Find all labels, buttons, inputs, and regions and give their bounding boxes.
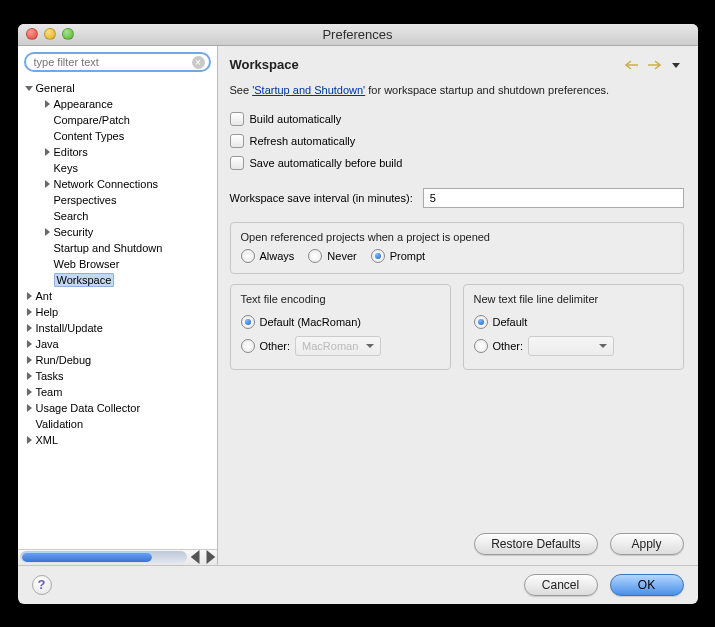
tree-item[interactable]: Keys xyxy=(18,160,217,176)
chevron-right-icon[interactable] xyxy=(24,291,34,301)
open-ref-never[interactable]: Never xyxy=(308,249,356,263)
delimiter-default[interactable]: Default xyxy=(474,311,673,333)
refresh-auto-option[interactable]: Refresh automatically xyxy=(230,130,684,152)
delimiter-combo[interactable] xyxy=(528,336,614,356)
tree-item[interactable]: Team xyxy=(18,384,217,400)
chevron-right-icon[interactable] xyxy=(24,323,34,333)
checkbox-icon[interactable] xyxy=(230,134,244,148)
tree-item[interactable]: Tasks xyxy=(18,368,217,384)
footer-buttons: Cancel OK xyxy=(524,574,684,596)
chevron-right-icon[interactable] xyxy=(24,403,34,413)
radio-icon[interactable] xyxy=(241,315,255,329)
tree-item[interactable]: Appearance xyxy=(18,96,217,112)
chevron-right-icon xyxy=(42,131,52,141)
radio-icon[interactable] xyxy=(308,249,322,263)
svg-marker-9 xyxy=(27,356,32,364)
tree-item[interactable]: Ant xyxy=(18,288,217,304)
tree-item[interactable]: Help xyxy=(18,304,217,320)
scroll-left-icon[interactable] xyxy=(189,550,203,564)
tree-item[interactable]: Run/Debug xyxy=(18,352,217,368)
checkbox-icon[interactable] xyxy=(230,156,244,170)
tree-item[interactable]: Install/Update xyxy=(18,320,217,336)
chevron-right-icon[interactable] xyxy=(24,355,34,365)
apply-button[interactable]: Apply xyxy=(610,533,684,555)
save-auto-option[interactable]: Save automatically before build xyxy=(230,152,684,174)
radio-icon[interactable] xyxy=(474,339,488,353)
cancel-button[interactable]: Cancel xyxy=(524,574,598,596)
tree-item[interactable]: Web Browser xyxy=(18,256,217,272)
tree-item[interactable]: Perspectives xyxy=(18,192,217,208)
tree-item[interactable]: Network Connections xyxy=(18,176,217,192)
tree-item[interactable]: Usage Data Collector xyxy=(18,400,217,416)
tree-item[interactable]: Validation xyxy=(18,416,217,432)
scroll-right-icon[interactable] xyxy=(203,550,217,564)
radio-icon[interactable] xyxy=(371,249,385,263)
radio-icon[interactable] xyxy=(241,339,255,353)
tree-item-label: Network Connections xyxy=(54,178,159,190)
dialog-body: × GeneralAppearanceCompare/PatchContent … xyxy=(18,46,698,565)
tree-item[interactable]: Java xyxy=(18,336,217,352)
delimiter-other[interactable]: Other: xyxy=(474,333,673,359)
tree-item[interactable]: Workspace xyxy=(18,272,217,288)
checkbox-icon[interactable] xyxy=(230,112,244,126)
svg-marker-7 xyxy=(27,324,32,332)
tree-item[interactable]: General xyxy=(18,80,217,96)
preference-tree[interactable]: GeneralAppearanceCompare/PatchContent Ty… xyxy=(18,78,217,549)
encoding-combo[interactable]: MacRoman xyxy=(295,336,381,356)
chevron-right-icon[interactable] xyxy=(24,435,34,445)
encoding-other[interactable]: Other: MacRoman xyxy=(241,333,440,359)
chevron-right-icon[interactable] xyxy=(42,227,52,237)
tree-item-label: Tasks xyxy=(36,370,64,382)
chevron-right-icon[interactable] xyxy=(42,99,52,109)
tree-item[interactable]: Security xyxy=(18,224,217,240)
titlebar: Preferences xyxy=(18,24,698,46)
tree-item[interactable]: Content Types xyxy=(18,128,217,144)
group-title: New text file line delimiter xyxy=(474,293,673,305)
window-title: Preferences xyxy=(18,27,698,42)
tree-item[interactable]: Startup and Shutdown xyxy=(18,240,217,256)
chevron-right-icon[interactable] xyxy=(24,371,34,381)
encoding-default[interactable]: Default (MacRoman) xyxy=(241,311,440,333)
svg-marker-12 xyxy=(27,404,32,412)
radio-icon[interactable] xyxy=(241,249,255,263)
tree-item-label: Usage Data Collector xyxy=(36,402,141,414)
scrollbar-track[interactable] xyxy=(20,551,187,563)
chevron-right-icon[interactable] xyxy=(24,387,34,397)
chevron-down-icon[interactable] xyxy=(24,83,34,93)
ok-button[interactable]: OK xyxy=(610,574,684,596)
chevron-right-icon[interactable] xyxy=(24,339,34,349)
checkbox-label: Save automatically before build xyxy=(250,157,403,169)
clear-filter-icon[interactable]: × xyxy=(192,56,205,69)
tree-item-label: Editors xyxy=(54,146,88,158)
restore-defaults-button[interactable]: Restore Defaults xyxy=(474,533,597,555)
help-icon[interactable]: ? xyxy=(32,575,52,595)
save-interval-input[interactable] xyxy=(423,188,684,208)
chevron-right-icon[interactable] xyxy=(42,147,52,157)
nav-forward-icon[interactable] xyxy=(646,57,662,73)
svg-marker-6 xyxy=(27,308,32,316)
tree-item[interactable]: XML xyxy=(18,432,217,448)
menu-dropdown-icon[interactable] xyxy=(668,57,684,73)
open-ref-always[interactable]: Always xyxy=(241,249,295,263)
tree-item[interactable]: Editors xyxy=(18,144,217,160)
svg-marker-13 xyxy=(27,436,32,444)
tree-item-label: Team xyxy=(36,386,63,398)
horizontal-scrollbar[interactable] xyxy=(18,549,217,565)
scrollbar-thumb[interactable] xyxy=(22,552,152,562)
group-title: Open referenced projects when a project … xyxy=(241,231,673,243)
radio-icon[interactable] xyxy=(474,315,488,329)
svg-marker-3 xyxy=(45,180,50,188)
radio-label: Always xyxy=(260,250,295,262)
open-ref-prompt[interactable]: Prompt xyxy=(371,249,425,263)
tree-item-label: Compare/Patch xyxy=(54,114,130,126)
startup-shutdown-link[interactable]: 'Startup and Shutdown' xyxy=(252,84,365,96)
tree-item[interactable]: Compare/Patch xyxy=(18,112,217,128)
filter-input[interactable] xyxy=(24,52,211,72)
chevron-right-icon[interactable] xyxy=(42,179,52,189)
content-pane: Workspace See 'Startup and Shutdown' for… xyxy=(218,46,698,565)
chevron-right-icon[interactable] xyxy=(24,307,34,317)
build-auto-option[interactable]: Build automatically xyxy=(230,108,684,130)
radio-label: Default xyxy=(493,316,528,328)
nav-back-icon[interactable] xyxy=(624,57,640,73)
tree-item[interactable]: Search xyxy=(18,208,217,224)
